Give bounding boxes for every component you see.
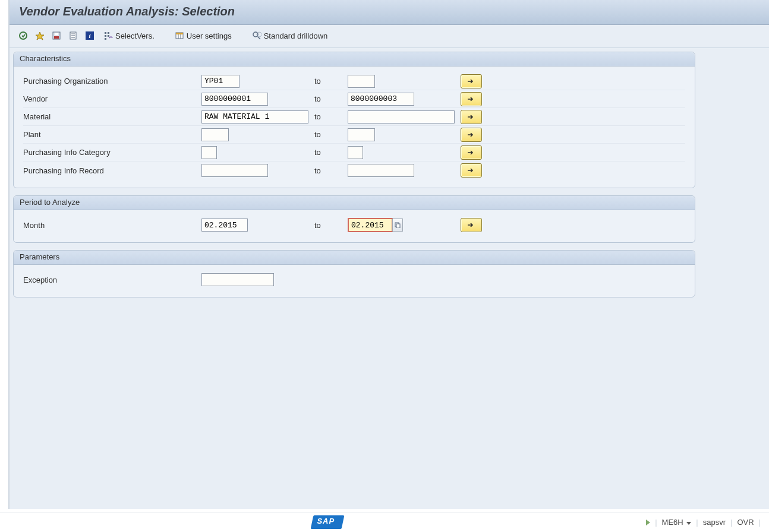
input-vendor-from[interactable] <box>201 93 268 106</box>
label-exception: Exception <box>23 276 201 284</box>
group-parameters-title: Parameters <box>14 251 695 265</box>
page-title: Vendor Evaluation Analysis: Selection <box>19 5 235 18</box>
svg-rect-4 <box>55 33 58 35</box>
to-label: to <box>314 148 348 157</box>
to-label: to <box>314 130 348 139</box>
group-parameters: Parameters Exception <box>13 250 695 297</box>
multisel-purch-org[interactable] <box>461 74 482 88</box>
input-info-cat-to[interactable] <box>348 146 363 159</box>
svg-rect-14 <box>108 32 109 34</box>
row-exception: Exception <box>23 271 685 289</box>
label-purch-org: Purchasing Organization <box>23 77 201 86</box>
info-icon[interactable]: i <box>83 30 96 42</box>
svg-marker-1 <box>36 32 44 40</box>
variant-icon[interactable] <box>33 30 46 42</box>
svg-rect-15 <box>108 35 109 37</box>
input-info-cat-from[interactable] <box>201 146 217 159</box>
status-server: sapsvr <box>703 518 726 527</box>
row-info-cat: Purchasing Info Category to <box>23 144 685 162</box>
multisel-info-rec[interactable] <box>461 163 482 178</box>
multisel-month[interactable] <box>461 218 482 232</box>
toolbar: i SelectVers. User settings Standard dri… <box>10 25 769 48</box>
input-exception[interactable] <box>201 273 274 286</box>
label-info-rec: Purchasing Info Record <box>23 166 201 175</box>
input-purch-org-from[interactable] <box>201 75 239 88</box>
input-month-to[interactable] <box>349 219 392 231</box>
svg-rect-12 <box>105 35 106 37</box>
group-period-title: Period to Analyze <box>14 196 695 210</box>
to-label: to <box>314 221 348 230</box>
svg-rect-11 <box>105 32 106 34</box>
row-info-rec: Purchasing Info Record to <box>23 162 685 179</box>
svg-rect-24 <box>396 224 400 228</box>
standard-drilldown-label: Standard drilldown <box>264 31 328 40</box>
input-vendor-to[interactable] <box>348 93 414 106</box>
multisel-plant[interactable] <box>461 128 482 142</box>
input-plant-to[interactable] <box>348 128 375 141</box>
multisel-info-cat[interactable] <box>461 145 482 160</box>
new-doc-icon[interactable] <box>67 30 80 42</box>
row-purch-org: Purchasing Organization to <box>23 72 685 90</box>
label-month: Month <box>23 221 201 230</box>
row-month: Month to <box>23 216 685 234</box>
execute-icon[interactable] <box>17 30 30 42</box>
svg-rect-13 <box>105 38 106 40</box>
multisel-vendor[interactable] <box>461 92 482 106</box>
group-period: Period to Analyze Month to <box>13 195 695 243</box>
dropdown-caret-icon <box>686 522 691 525</box>
svg-point-22 <box>257 32 261 37</box>
label-vendor: Vendor <box>23 94 201 103</box>
multisel-material[interactable] <box>461 110 482 124</box>
user-settings-button[interactable]: User settings <box>171 30 235 41</box>
input-material-from[interactable] <box>201 110 308 124</box>
play-icon[interactable] <box>646 520 650 525</box>
row-material: Material to <box>23 108 685 126</box>
select-vers-label: SelectVers. <box>115 31 155 40</box>
row-vendor: Vendor to <box>23 90 685 108</box>
title-bar: Vendor Evaluation Analysis: Selection <box>10 0 769 25</box>
input-info-rec-from[interactable] <box>201 164 268 177</box>
group-characteristics-title: Characteristics <box>14 52 695 66</box>
input-material-to[interactable] <box>348 110 455 124</box>
input-plant-from[interactable] <box>201 128 229 141</box>
user-settings-label: User settings <box>187 31 232 40</box>
input-purch-org-to[interactable] <box>348 75 375 88</box>
group-characteristics: Characteristics Purchasing Organization … <box>13 52 695 188</box>
to-label: to <box>314 112 348 121</box>
standard-drilldown-button[interactable]: Standard drilldown <box>248 30 332 41</box>
save-icon[interactable] <box>50 30 63 42</box>
to-label: to <box>314 166 348 175</box>
input-info-rec-to[interactable] <box>348 164 414 177</box>
to-label: to <box>314 94 348 103</box>
sap-logo: SAP <box>310 515 344 529</box>
select-vers-button[interactable]: SelectVers. <box>100 30 158 41</box>
status-mode: OVR <box>737 518 754 527</box>
f4-help-icon[interactable] <box>392 218 403 232</box>
status-bar: SAP | ME6H | sapsvr | OVR | <box>0 512 769 532</box>
svg-rect-17 <box>176 33 183 34</box>
to-label: to <box>314 77 348 86</box>
svg-point-0 <box>20 32 27 39</box>
input-month-from[interactable] <box>201 218 248 232</box>
label-plant: Plant <box>23 130 201 139</box>
status-tcode[interactable]: ME6H <box>662 518 692 527</box>
label-info-cat: Purchasing Info Category <box>23 148 201 157</box>
focus-frame <box>348 218 393 232</box>
svg-rect-3 <box>54 36 59 39</box>
label-material: Material <box>23 112 201 121</box>
row-plant: Plant to <box>23 126 685 144</box>
